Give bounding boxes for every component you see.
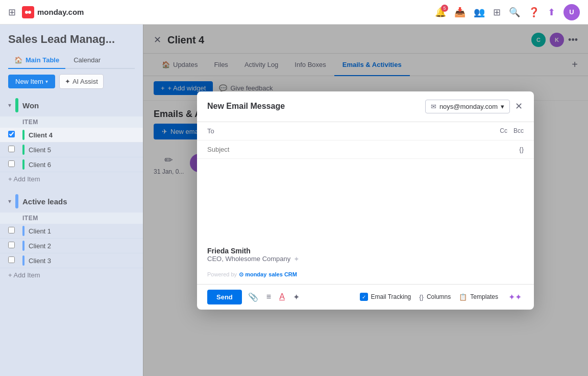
bcc-button[interactable]: Bcc (513, 127, 524, 134)
board-content: ▾ Won Item Client 4 Client 5 (0, 94, 143, 376)
upgrade-icon[interactable]: ⬆ (548, 7, 555, 18)
row-checkbox[interactable] (8, 145, 22, 154)
tab-calendar[interactable]: Calendar (67, 52, 107, 69)
envelope-icon: ✉ (431, 103, 436, 110)
group-won-header[interactable]: ▾ Won (0, 94, 143, 116)
footer-left: Send 📎 ≡ A ✦ (207, 290, 302, 304)
table-row[interactable]: Client 4 (0, 128, 143, 143)
modal-overlay: New Email Message ✉ noys@monday.com ▾ ✕ … (143, 25, 588, 376)
templates-icon: 📋 (459, 293, 467, 301)
cc-button[interactable]: Cc (500, 127, 507, 134)
add-item-label: + Add Item (8, 175, 40, 183)
templates-label: Templates (470, 293, 498, 300)
to-field: To Cc Bcc (197, 122, 534, 140)
board-toolbar: New Item ▾ ✦ AI Assist (0, 69, 143, 94)
modal-close-icon[interactable]: ✕ (514, 100, 524, 113)
table-row[interactable]: Client 1 (0, 224, 143, 239)
brand: monday.com (22, 6, 84, 18)
col-item-label: Item (22, 215, 135, 222)
chevron-down-icon: ▾ (501, 103, 504, 110)
from-email-selector[interactable]: ✉ noys@monday.com ▾ (425, 100, 510, 113)
row-color-bar (22, 159, 24, 170)
inbox-icon[interactable]: 📥 (454, 7, 465, 18)
row-name: Client 2 (29, 242, 135, 250)
board-header: Sales Lead Manag... 🏠 Main Table Calenda… (0, 25, 143, 69)
from-email-address: noys@monday.com (439, 103, 498, 110)
tab-main-table[interactable]: 🏠 Main Table (8, 52, 65, 69)
table-row[interactable]: Client 5 (0, 143, 143, 157)
search-icon[interactable]: 🔍 (509, 7, 520, 18)
email-tracking-checkbox[interactable]: ✓ (360, 293, 368, 301)
row-checkbox[interactable] (8, 226, 22, 236)
row-color-bar (22, 145, 24, 155)
row-name: Client 3 (29, 257, 135, 265)
row-color-bar (22, 241, 24, 251)
monday-logo-icon: ⊙ monday (239, 271, 266, 278)
row-name: Client 6 (29, 161, 135, 169)
powered-by-label: Powered by (207, 271, 237, 277)
apps-icon[interactable]: ⊞ (493, 7, 501, 18)
row-checkbox[interactable] (8, 241, 22, 250)
row-color-bar (22, 226, 24, 236)
col-check (8, 215, 22, 222)
sig-title: CEO, Wholesome Company ✦ (207, 255, 524, 263)
people-icon[interactable]: 👥 (474, 7, 485, 18)
braces-icon[interactable]: {} (519, 146, 524, 153)
to-input[interactable] (226, 127, 494, 135)
columns-option[interactable]: {} Columns (419, 293, 451, 301)
subject-input[interactable] (207, 146, 513, 153)
svg-point-0 (25, 11, 28, 14)
subject-field: {} (197, 140, 534, 159)
ai-compose-icon[interactable]: ✦ (291, 290, 302, 304)
field-actions: Cc Bcc (500, 127, 524, 134)
send-button[interactable]: Send (207, 290, 242, 304)
help-icon[interactable]: ❓ (528, 7, 540, 18)
email-modal: New Email Message ✉ noys@monday.com ▾ ✕ … (197, 91, 534, 310)
chevron-right-icon: ▾ (8, 198, 11, 205)
new-item-label: New Item (15, 78, 43, 85)
user-avatar[interactable]: U (564, 4, 580, 20)
attachment-icon[interactable]: 📎 (246, 290, 260, 304)
email-tracking-option[interactable]: ✓ Email Tracking (360, 293, 411, 301)
add-item-row-active[interactable]: + Add Item (0, 268, 143, 282)
sparkle-ai-icon[interactable]: ✦✦ (506, 290, 524, 304)
format-icon[interactable]: ≡ (264, 290, 273, 303)
tab-main-table-label: Main Table (26, 56, 59, 64)
main-container: Sales Lead Manag... 🏠 Main Table Calenda… (0, 25, 588, 376)
row-color-bar (22, 130, 24, 140)
notification-icon[interactable]: 🔔 5 (435, 7, 446, 18)
text-color-icon[interactable]: A (277, 290, 287, 303)
top-nav: ⊞ monday.com 🔔 5 📥 👥 ⊞ 🔍 ❓ ⬆ U (0, 0, 588, 25)
templates-option[interactable]: 📋 Templates (459, 293, 498, 301)
row-checkbox[interactable] (8, 160, 22, 169)
home-icon: 🏠 (14, 56, 22, 64)
table-row[interactable]: Client 6 (0, 157, 143, 172)
brand-name: monday.com (37, 8, 84, 16)
row-checkbox[interactable] (8, 130, 22, 139)
sparkle-icon: ✦ (293, 255, 300, 263)
group-won-col-header: Item (0, 116, 143, 128)
grid-icon[interactable]: ⊞ (8, 7, 16, 18)
group-active-indicator (15, 194, 18, 208)
email-body-area[interactable] (197, 159, 534, 241)
brand-logo (22, 6, 34, 18)
sig-title-text: CEO, Wholesome Company (207, 255, 290, 263)
table-row[interactable]: Client 2 (0, 239, 143, 253)
columns-label: Columns (427, 293, 451, 300)
svg-point-1 (28, 11, 31, 14)
chevron-down-icon: ▾ (45, 79, 48, 84)
group-active-col-header: Item (0, 213, 143, 224)
group-won-indicator (15, 98, 18, 112)
group-active-leads-header[interactable]: ▾ Active leads (0, 190, 143, 213)
group-won: ▾ Won Item Client 4 Client 5 (0, 94, 143, 186)
ai-icon: ✦ (65, 78, 70, 85)
row-checkbox[interactable] (8, 256, 22, 265)
group-won-title: Won (22, 101, 39, 110)
new-item-button[interactable]: New Item ▾ (8, 75, 55, 88)
sig-name: Frieda Smith (207, 247, 524, 255)
add-item-row-won[interactable]: + Add Item (0, 172, 143, 186)
table-row[interactable]: Client 3 (0, 253, 143, 268)
row-name: Client 4 (29, 131, 135, 139)
ai-assist-button[interactable]: ✦ AI Assist (59, 74, 104, 89)
crm-label: sales CRM (268, 271, 297, 277)
